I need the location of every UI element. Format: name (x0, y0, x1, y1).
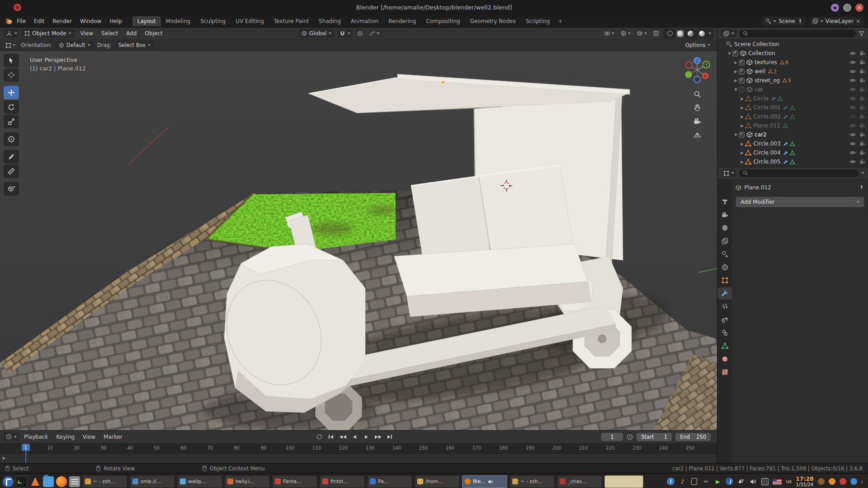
eye-icon[interactable] (849, 131, 856, 138)
camera-icon[interactable] (859, 50, 865, 56)
menubar-menu[interactable]: Help (105, 17, 126, 26)
camera-icon[interactable] (859, 141, 865, 147)
keyboard-layout-label[interactable]: us (786, 479, 792, 484)
snap-dropdown[interactable] (337, 29, 353, 38)
expand-arrow-icon[interactable]: ▶ (739, 97, 745, 101)
expand-arrow-icon[interactable]: ▶ (739, 160, 745, 164)
display-tray-icon[interactable] (761, 478, 769, 485)
camera-icon[interactable] (859, 122, 865, 129)
add-modifier-button[interactable]: Add Modifier (736, 197, 864, 207)
launcher-files[interactable] (43, 476, 54, 487)
expand-arrow-icon[interactable]: ▶ (733, 79, 739, 83)
outliner-row-circle-002[interactable]: ▶ Circle.002 (717, 112, 868, 121)
eye-icon[interactable] (849, 59, 856, 66)
outliner-row-circle-001[interactable]: ▶ Circle.001 (717, 103, 868, 112)
outliner-row-circle-005[interactable]: ▶ Circle.005 (717, 157, 868, 166)
proportional-falloff-dropdown[interactable] (368, 29, 381, 38)
launcher-fedora-menu[interactable] (3, 476, 14, 487)
blender-logo-icon[interactable] (5, 17, 13, 25)
tab-object-data[interactable] (717, 340, 732, 352)
collection-checkbox[interactable] (739, 87, 745, 93)
viewport-menu[interactable]: View (76, 29, 97, 38)
annotate-tool[interactable] (4, 150, 19, 164)
taskbar-window-blender-active[interactable]: Ble... (462, 475, 507, 488)
eye-closed-icon[interactable] (849, 113, 856, 120)
taskbar-window-fintst[interactable]: fintst... (320, 475, 365, 488)
expand-arrow-icon[interactable]: ▶ (739, 106, 745, 110)
shade-window-button[interactable]: ◆ (831, 4, 839, 12)
eye-icon[interactable] (849, 68, 856, 75)
end-frame-field[interactable]: End250 (675, 433, 711, 441)
workspace-tab[interactable]: Geometry Nodes (465, 16, 521, 26)
3d-viewport[interactable]: Object Mode ViewSelectAddObject Global (0, 28, 717, 430)
outliner-item-label[interactable]: Circle.005 (753, 159, 780, 165)
orientation-dropdown[interactable]: Default (56, 41, 94, 50)
solid-shading-button[interactable] (676, 30, 684, 38)
outliner-row-car[interactable]: ▼ car (717, 85, 868, 94)
workspace-tab[interactable]: + (555, 16, 566, 26)
taskbar-window-zsh[interactable]: ~ : zsh... (82, 475, 127, 488)
eye-icon[interactable] (849, 150, 856, 156)
tab-scene[interactable] (717, 248, 732, 260)
tray-app-icon-4[interactable] (850, 478, 857, 485)
timeline-menu[interactable]: Marker (99, 432, 126, 441)
taskbar-window-wallp[interactable]: wallp... (177, 475, 222, 488)
prev-keyframe-button[interactable] (338, 432, 348, 441)
outliner-item-label[interactable]: Scene Collection (734, 41, 779, 47)
launcher-browser[interactable] (56, 476, 67, 487)
timeline-track[interactable] (0, 453, 717, 463)
left-seat-back[interactable] (411, 176, 490, 263)
outliner-item-label[interactable]: Circle.002 (753, 113, 780, 120)
workspace-tab[interactable]: Compositing (421, 16, 465, 26)
drag-dropdown[interactable]: Select Box (115, 41, 154, 50)
tab-object[interactable] (717, 274, 732, 286)
outliner-item-label[interactable]: car2 (755, 131, 767, 138)
outliner-item-label[interactable]: Plane.011 (753, 122, 780, 129)
eye-icon[interactable] (849, 77, 856, 84)
outliner-row-car2[interactable]: ▼ car2 (717, 130, 868, 139)
scissors-tray-icon[interactable]: ✂ (702, 478, 710, 485)
expand-arrow-icon[interactable]: ▶ (739, 115, 745, 119)
camera-icon[interactable] (859, 95, 865, 102)
info-tray-icon[interactable]: i (667, 478, 675, 485)
timeline-ruler[interactable]: 1020304050607080901001101201301401501601… (0, 443, 717, 453)
axis-navigation-gizmo[interactable]: Z Y X (683, 56, 712, 84)
menubar-menu[interactable]: File (13, 17, 30, 26)
camera-icon[interactable] (859, 131, 865, 138)
pan-hand-button[interactable] (693, 104, 701, 112)
tray-app-icon-1[interactable] (818, 478, 825, 485)
eye-icon[interactable] (849, 104, 856, 111)
scene-selector[interactable]: Scene (762, 17, 806, 26)
clipboard-tray-icon[interactable] (690, 478, 698, 485)
menubar-menu[interactable]: Render (48, 17, 76, 26)
taskbar-window-zsh-2[interactable]: ~ : zsh... (509, 475, 555, 488)
right-seat-back[interactable] (479, 165, 573, 256)
collection-checkbox[interactable] (739, 60, 745, 66)
us-flag-icon[interactable] (773, 479, 782, 484)
next-keyframe-button[interactable] (373, 432, 383, 441)
tab-physics[interactable] (717, 314, 732, 326)
viewport-menu[interactable]: Add (122, 29, 141, 38)
workspace-tab[interactable]: Scripting (521, 16, 555, 26)
taskbar-window-fanta[interactable]: Fanta... (272, 475, 317, 488)
channel-expand-icon[interactable] (3, 456, 5, 460)
timeline-menu[interactable]: Playback (20, 432, 52, 441)
collection-checkbox[interactable] (739, 78, 745, 84)
active-tool-button[interactable] (4, 41, 17, 50)
tab-world[interactable] (717, 261, 732, 273)
mode-selector[interactable]: Object Mode (21, 29, 75, 38)
tray-app-icon-2[interactable] (829, 478, 835, 485)
show-overlays-toggle[interactable] (635, 29, 649, 38)
tab-tool[interactable] (717, 196, 732, 208)
workspace-tab[interactable]: Shading (314, 16, 346, 26)
workspace-tab[interactable]: Sculpting (195, 16, 231, 26)
editor-type-button[interactable] (4, 29, 19, 38)
outliner-item-label[interactable]: car (755, 86, 763, 93)
camera-icon[interactable] (859, 159, 865, 165)
outliner-item-label[interactable]: Circle (753, 95, 769, 102)
scale-tool[interactable] (4, 115, 19, 128)
outliner-row-textures[interactable]: ▶ textures 9 (717, 58, 868, 67)
collection-checkbox[interactable] (739, 132, 745, 138)
editor-type-button[interactable] (721, 30, 736, 38)
proportional-edit-toggle[interactable] (355, 29, 365, 38)
